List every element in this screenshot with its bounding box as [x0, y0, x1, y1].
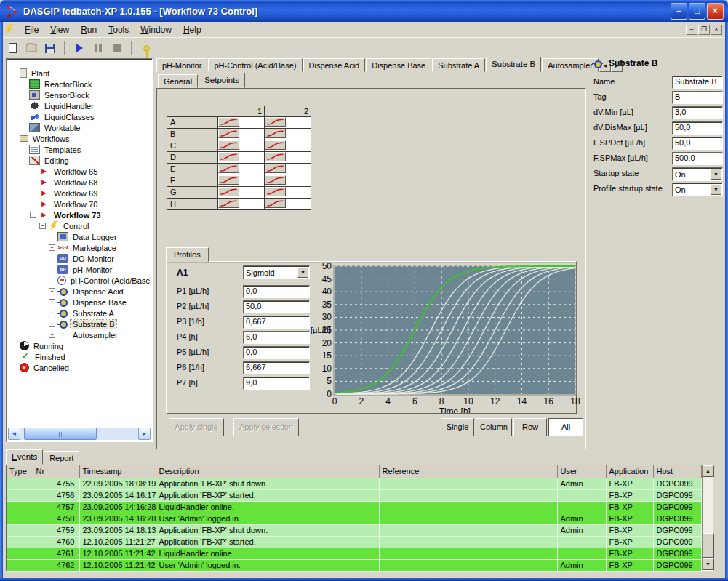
tree-item-do-monitor[interactable]: DO-Monitor: [8, 253, 151, 264]
scroll-up-icon[interactable]: ▲: [703, 465, 714, 477]
close-button[interactable]: ×: [707, 3, 724, 20]
profile-curve-button-E1[interactable]: [218, 164, 239, 173]
inspector-input-f-spmax-l-h[interactable]: 500,0: [672, 152, 723, 165]
grid-cell-E2[interactable]: [265, 163, 311, 175]
param-input-p4[interactable]: 6,0: [243, 331, 310, 344]
param-input-p3[interactable]: 0,667: [243, 316, 310, 329]
stop-icon[interactable]: [109, 41, 125, 56]
grid-cell-E1[interactable]: [218, 163, 265, 175]
profile-curve-button-E2[interactable]: [265, 164, 286, 173]
apply-selection-button[interactable]: Apply selection: [233, 418, 299, 436]
mode-button-all[interactable]: All: [548, 418, 583, 436]
expand-plus-icon[interactable]: +: [49, 288, 55, 294]
profile-curve-button-H1[interactable]: [218, 199, 239, 208]
tree-item-autosampler[interactable]: +Autosampler: [8, 329, 151, 340]
grid-cell-B2[interactable]: [265, 128, 311, 140]
apply-single-button[interactable]: Apply single: [169, 418, 224, 436]
mdi-minimize-button[interactable]: –: [686, 25, 697, 35]
tree-horizontal-scrollbar[interactable]: ◄ ►: [8, 428, 151, 440]
events-row-4757[interactable]: 475723.09.2005 14:16:28LiquidHandler onl…: [7, 501, 701, 513]
tab-dispense-base[interactable]: Dispense Base: [366, 58, 431, 72]
grid-cell-F1[interactable]: [218, 175, 265, 186]
grid-cell-D2[interactable]: [265, 151, 311, 163]
profile-curve-button-C1[interactable]: [218, 140, 239, 150]
tree-item-control[interactable]: −Control: [8, 220, 151, 231]
grid-cell-A1[interactable]: [218, 116, 265, 128]
profile-curve-button-D2[interactable]: [265, 152, 286, 161]
profile-curve-button-C2[interactable]: [265, 140, 286, 150]
pause-icon[interactable]: [90, 41, 106, 56]
events-column-type[interactable]: Type: [7, 465, 33, 478]
profile-curve-button-B1[interactable]: [218, 129, 239, 138]
scrollbar-thumb[interactable]: [24, 428, 97, 440]
subtab-general[interactable]: General: [158, 74, 198, 88]
menu-view[interactable]: View: [44, 23, 75, 37]
events-row-4756[interactable]: 475623.09.2005 14:16:17Application 'FB-X…: [7, 489, 701, 501]
menu-help[interactable]: Help: [177, 23, 207, 37]
profile-curve-button-F1[interactable]: [218, 175, 239, 185]
grid-cell-D1[interactable]: [218, 151, 265, 163]
mdi-close-button[interactable]: ×: [711, 25, 722, 35]
save-icon[interactable]: [42, 41, 58, 56]
inspector-select-startup-state[interactable]: On▼: [672, 167, 723, 181]
minimize-button[interactable]: –: [671, 3, 687, 20]
inspector-input-f-spdef-l-h[interactable]: 50,0: [672, 137, 723, 150]
chevron-down-icon[interactable]: ▼: [711, 169, 721, 180]
chevron-down-icon[interactable]: ▼: [711, 184, 721, 195]
tab-events[interactable]: Events: [6, 449, 43, 465]
events-column-nr[interactable]: Nr: [33, 465, 79, 478]
grid-cell-A2[interactable]: [265, 116, 311, 128]
profile-curve-button-F2[interactable]: [265, 175, 286, 185]
tab-dispense-acid[interactable]: Dispense Acid: [303, 58, 366, 72]
profile-curve-button-G1[interactable]: [218, 187, 239, 196]
profiles-tab[interactable]: Profiles: [166, 247, 209, 262]
tree-item-workflow-68[interactable]: Workflow 68: [8, 177, 151, 188]
param-input-p5[interactable]: 0,0: [243, 346, 310, 359]
tab-ph-monitor[interactable]: pH-Monitor: [156, 58, 207, 72]
tree-item-dispense-base[interactable]: +Dispense Base: [8, 297, 151, 308]
profile-curve-button-H2[interactable]: [265, 199, 286, 208]
param-input-p6[interactable]: 6,667: [243, 361, 310, 374]
mdi-restore-button[interactable]: ❐: [698, 25, 710, 35]
param-input-p2[interactable]: 50,0: [243, 300, 310, 313]
menu-tools[interactable]: Tools: [103, 23, 135, 37]
tree-item-templates[interactable]: Templates: [8, 144, 151, 155]
new-file-icon[interactable]: [4, 41, 20, 56]
events-column-description[interactable]: Description: [156, 465, 379, 478]
mode-button-single[interactable]: Single: [441, 418, 474, 436]
grid-cell-H1[interactable]: [218, 198, 265, 209]
inspector-select-profile-startup-state[interactable]: On▼: [672, 183, 723, 196]
tree-item-workflow-69[interactable]: Workflow 69: [8, 188, 151, 199]
scrollbar-thumb[interactable]: [703, 533, 714, 558]
tree-item-sensorblock[interactable]: SensorBlock: [8, 89, 151, 100]
param-input-p7[interactable]: 9,0: [243, 377, 310, 390]
param-input-p1[interactable]: 0,0: [243, 285, 310, 298]
scroll-down-icon[interactable]: ▼: [703, 558, 714, 570]
grid-cell-H2[interactable]: [265, 198, 311, 209]
profile-curve-button-G2[interactable]: [265, 187, 286, 196]
tree-item-finished[interactable]: Finished: [8, 351, 151, 362]
mode-button-row[interactable]: Row: [513, 418, 547, 436]
events-row-4759[interactable]: 475923.09.2005 14:18:13Application 'FB-X…: [7, 524, 701, 536]
events-row-4755[interactable]: 475522.09.2005 18:08:19Application 'FB-X…: [7, 478, 701, 489]
tree-item-dispense-acid[interactable]: +Dispense Acid: [8, 286, 151, 297]
profile-curve-button-A2[interactable]: [265, 117, 286, 127]
tab-ph-control-acid-base[interactable]: pH-Control (Acid/Base): [208, 58, 302, 72]
events-vertical-scrollbar[interactable]: ▲ ▼: [702, 465, 713, 570]
tree-item-reactorblock[interactable]: ReactorBlock: [8, 79, 151, 89]
profile-curve-button-D1[interactable]: [218, 152, 239, 161]
tree-item-workflow-65[interactable]: Workflow 65: [8, 166, 151, 177]
events-row-4760[interactable]: 476012.10.2005 11:21:27Application 'FB-X…: [7, 536, 701, 548]
menu-file[interactable]: File: [19, 23, 44, 37]
events-row-4761[interactable]: 476112.10.2005 11:21:42LiquidHandler onl…: [7, 548, 701, 559]
menu-window[interactable]: Window: [135, 23, 177, 37]
profile-curve-button-A1[interactable]: [218, 117, 239, 127]
inspector-input-name[interactable]: Substrate B: [672, 76, 723, 89]
menu-run[interactable]: Run: [75, 23, 103, 37]
expand-minus-icon[interactable]: −: [30, 212, 36, 218]
tab-report[interactable]: Report: [44, 451, 79, 465]
events-row-4758[interactable]: 475823.09.2005 14:16:28User 'Admin' logg…: [7, 513, 701, 524]
maximize-button[interactable]: □: [689, 3, 705, 20]
events-column-user[interactable]: User: [557, 465, 606, 478]
expand-plus-icon[interactable]: +: [49, 299, 55, 305]
